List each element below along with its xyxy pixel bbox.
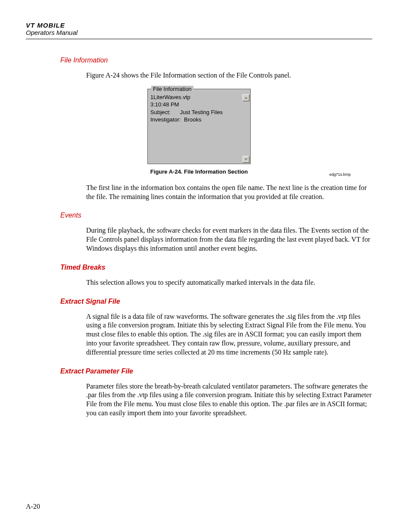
file-name-line: 1LiterWaves.vtp [150,93,248,101]
file-information-body: The first line in the information box co… [86,184,372,202]
scroll-down-button[interactable] [243,156,249,163]
heading-file-information: File Information [60,56,372,64]
file-subject-line: Subject: Just Testing Files [150,109,248,116]
figure-caption: Figure A-24. File Information Section [147,168,251,175]
page-number: A-20 [26,503,40,510]
header-product-title: VT MOBILE [26,22,372,29]
extract-parameter-body: Parameter files store the breath-by-brea… [86,382,372,418]
file-time-line: 3:10:48 PM [150,101,248,109]
extract-signal-body: A signal file is a data file of raw wave… [86,312,372,357]
heading-extract-parameter-file: Extract Parameter File [60,367,372,375]
figure-a24: File Information 1LiterWaves.vtp 3:10:48… [147,89,251,175]
chevron-down-icon [244,159,248,160]
heading-events: Events [60,212,372,219]
timed-breaks-body: This selection allows you to specify aut… [86,278,372,287]
file-information-intro: Figure A-24 shows the File Information s… [86,71,372,80]
heading-extract-signal-file: Extract Signal File [60,298,372,305]
scroll-up-button[interactable] [243,94,249,101]
chevron-up-icon [244,97,248,99]
heading-timed-breaks: Timed Breaks [60,264,372,271]
page-header: VT MOBILE Operators Manual [26,22,372,39]
header-manual-subtitle: Operators Manual [26,29,372,36]
file-investigator-line: Investigator: Brooks [150,116,248,124]
file-information-panel: File Information 1LiterWaves.vtp 3:10:48… [147,89,251,164]
events-body: During file playback, the software check… [86,226,372,253]
